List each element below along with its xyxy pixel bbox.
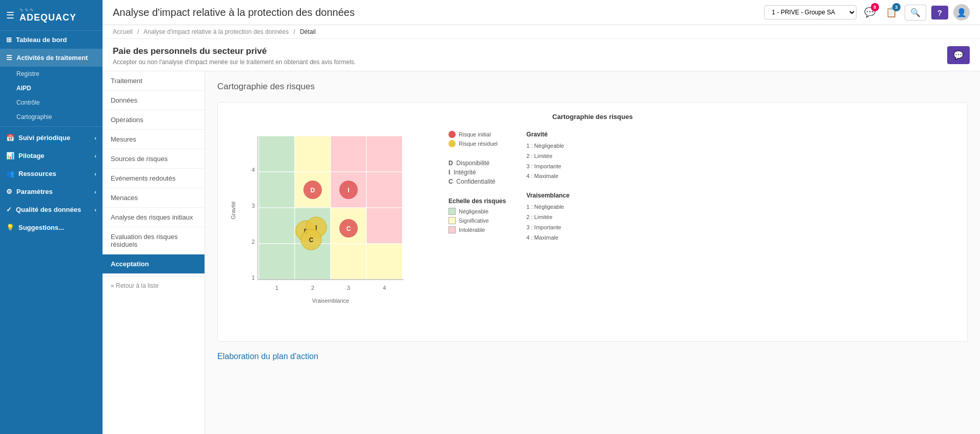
legend-area: Risque initial Risque résiduel bbox=[448, 126, 569, 243]
sidebar-item-registre[interactable]: Registre bbox=[0, 67, 103, 81]
comment-button[interactable]: 💬 bbox=[947, 46, 970, 64]
svg-text:1: 1 bbox=[252, 274, 255, 281]
svg-text:3: 3 bbox=[347, 285, 350, 291]
chevron-icon: ‹ bbox=[94, 153, 96, 159]
svg-text:D: D bbox=[311, 187, 315, 194]
sidebar-item-cartographie[interactable]: Cartographie bbox=[0, 110, 103, 124]
svg-text:Vraisemblance: Vraisemblance bbox=[312, 298, 349, 304]
breadcrumb-home[interactable]: Accueil bbox=[113, 28, 133, 35]
sidebar-item-suivi-periodique[interactable]: 📅 Suivi périodique ‹ bbox=[0, 129, 103, 147]
people-icon: 👥 bbox=[6, 170, 14, 177]
risque-residuel-dot bbox=[448, 140, 456, 147]
chevron-icon: ‹ bbox=[94, 171, 96, 177]
calendar-icon: 📅 bbox=[6, 134, 14, 142]
svg-text:4: 4 bbox=[252, 167, 255, 173]
messages-badge: 8 bbox=[871, 3, 879, 11]
logo: ∿∿∿ ADEQUACY bbox=[19, 7, 76, 23]
logo-wave: ∿∿∿ bbox=[19, 7, 76, 12]
sidebar-item-ressources[interactable]: 👥 Ressources ‹ bbox=[0, 165, 103, 183]
topbar-right: 1 - PRIVE - Groupe SA 💬 8 📋 3 🔍 ? 👤 bbox=[764, 4, 970, 21]
check-icon: ✓ bbox=[6, 206, 12, 213]
topbar: Analyse d'impact relative à la protectio… bbox=[103, 0, 980, 25]
sidebar-header: ☰ ∿∿∿ ADEQUACY bbox=[0, 0, 103, 31]
svg-rect-1 bbox=[295, 136, 331, 172]
left-nav-operations[interactable]: Opérations bbox=[103, 110, 205, 130]
page-header: Paie des personnels du secteur privé Acc… bbox=[103, 39, 980, 71]
svg-rect-4 bbox=[259, 172, 295, 208]
left-nav-donnees[interactable]: Données bbox=[103, 91, 205, 110]
left-nav-evenements-redoutes[interactable]: Evénements redoutés bbox=[103, 169, 205, 188]
svg-rect-7 bbox=[366, 172, 402, 208]
org-selector[interactable]: 1 - PRIVE - Groupe SA bbox=[764, 5, 856, 19]
risque-initial-dot bbox=[448, 131, 456, 138]
risk-map-svg: Gravité 1 2 3 4 1 2 3 4 Vr bbox=[228, 126, 433, 331]
legend-risk-types: Risque initial Risque résiduel bbox=[448, 131, 506, 149]
svg-rect-15 bbox=[366, 244, 402, 280]
svg-text:C: C bbox=[346, 225, 351, 232]
gear-icon: ⚙ bbox=[6, 188, 12, 195]
left-nav-mesures[interactable]: Mesures bbox=[103, 130, 205, 149]
significative-square bbox=[448, 217, 456, 224]
svg-rect-11 bbox=[366, 208, 402, 244]
chart-title: Cartographie des risques bbox=[228, 113, 957, 121]
left-nav: Traitement Données Opérations Mesures So… bbox=[103, 71, 205, 434]
negligeable-square bbox=[448, 208, 456, 215]
svg-text:2: 2 bbox=[311, 285, 314, 291]
left-nav-evaluation-risques-residuels[interactable]: Evaluation des risques résiduels bbox=[103, 227, 205, 254]
legend-risque-initial: Risque initial bbox=[448, 131, 506, 138]
svg-text:C: C bbox=[309, 236, 314, 244]
dashboard-icon: ⊞ bbox=[6, 36, 12, 44]
tasks-badge: 3 bbox=[892, 3, 901, 11]
svg-text:4: 4 bbox=[383, 285, 386, 291]
legend-vraisemblance: Vraisemblance 1 : Négligeable 2 : Limité… bbox=[526, 192, 569, 243]
sidebar-item-tableau-de-bord[interactable]: ⊞ Tableau de bord bbox=[0, 31, 103, 49]
left-nav-acceptation[interactable]: Acceptation bbox=[103, 254, 205, 274]
breadcrumb-current: Détail bbox=[300, 28, 316, 35]
svg-text:2: 2 bbox=[252, 239, 255, 245]
page-header-title: Paie des personnels du secteur privé bbox=[113, 46, 356, 56]
avatar[interactable]: 👤 bbox=[953, 4, 970, 21]
legend-echelle: Echelle des risques Négligeable Signific… bbox=[448, 198, 506, 235]
bulb-icon: 💡 bbox=[6, 224, 14, 231]
tasks-button[interactable]: 📋 3 bbox=[883, 4, 900, 21]
sidebar-item-qualite-donnees[interactable]: ✓ Qualité des données ‹ bbox=[0, 201, 103, 219]
svg-rect-3 bbox=[366, 136, 402, 172]
chart-icon: 📊 bbox=[6, 152, 14, 160]
risk-chart-container: Cartographie des risques bbox=[217, 102, 968, 342]
chevron-icon: ‹ bbox=[94, 189, 96, 195]
svg-rect-0 bbox=[259, 136, 295, 172]
sidebar-item-aipd[interactable]: AIPD bbox=[0, 81, 103, 95]
svg-rect-14 bbox=[331, 244, 366, 280]
intolerable-square bbox=[448, 226, 456, 233]
sidebar-item-activites-de-traitement[interactable]: ☰ Activités de traitement bbox=[0, 49, 103, 67]
sidebar-item-suggestions[interactable]: 💡 Suggestions... bbox=[0, 219, 103, 236]
svg-rect-8 bbox=[259, 208, 295, 244]
search-button[interactable]: 🔍 bbox=[905, 5, 926, 21]
left-nav-sources-de-risques[interactable]: Sources de risques bbox=[103, 149, 205, 169]
sidebar: ☰ ∿∿∿ ADEQUACY ⊞ Tableau de bord ☰ Activ… bbox=[0, 0, 103, 434]
hamburger-icon[interactable]: ☰ bbox=[6, 10, 14, 21]
svg-rect-2 bbox=[331, 136, 366, 172]
sidebar-item-pilotage[interactable]: 📊 Pilotage ‹ bbox=[0, 147, 103, 165]
sidebar-item-parametres[interactable]: ⚙ Paramètres ‹ bbox=[0, 183, 103, 201]
sidebar-item-controle[interactable]: Contrôle bbox=[0, 95, 103, 110]
left-nav-traitement[interactable]: Traitement bbox=[103, 71, 205, 91]
breadcrumb-aipd[interactable]: Analyse d'impact relative à la protectio… bbox=[144, 28, 289, 35]
chevron-icon: ‹ bbox=[94, 135, 96, 141]
main-panel: Cartographie des risques Cartographie de… bbox=[205, 71, 980, 434]
activities-icon: ☰ bbox=[6, 54, 12, 62]
legend-dic: D Disponibilité I Intégrité C Confidenti… bbox=[448, 160, 506, 187]
back-to-list-button[interactable]: « Retour à la liste bbox=[103, 276, 205, 295]
svg-text:3: 3 bbox=[252, 203, 255, 209]
left-nav-analyse-risques-initiaux[interactable]: Analyse des risques initiaux bbox=[103, 208, 205, 227]
chevron-icon: ‹ bbox=[94, 207, 96, 213]
logo-text: ADEQUACY bbox=[19, 12, 76, 23]
chart-area: Gravité 1 2 3 4 1 2 3 4 Vr bbox=[228, 126, 433, 331]
help-button[interactable]: ? bbox=[931, 6, 948, 19]
messages-button[interactable]: 💬 8 bbox=[862, 4, 878, 21]
left-nav-menaces[interactable]: Menaces bbox=[103, 188, 205, 208]
page-title: Analyse d'impact relative à la protectio… bbox=[113, 7, 756, 18]
legend-gravite: Gravité 1 : Négligeable 2 : Limitée 3 : … bbox=[526, 131, 569, 182]
svg-text:1: 1 bbox=[275, 285, 278, 291]
svg-text:I: I bbox=[348, 187, 349, 194]
